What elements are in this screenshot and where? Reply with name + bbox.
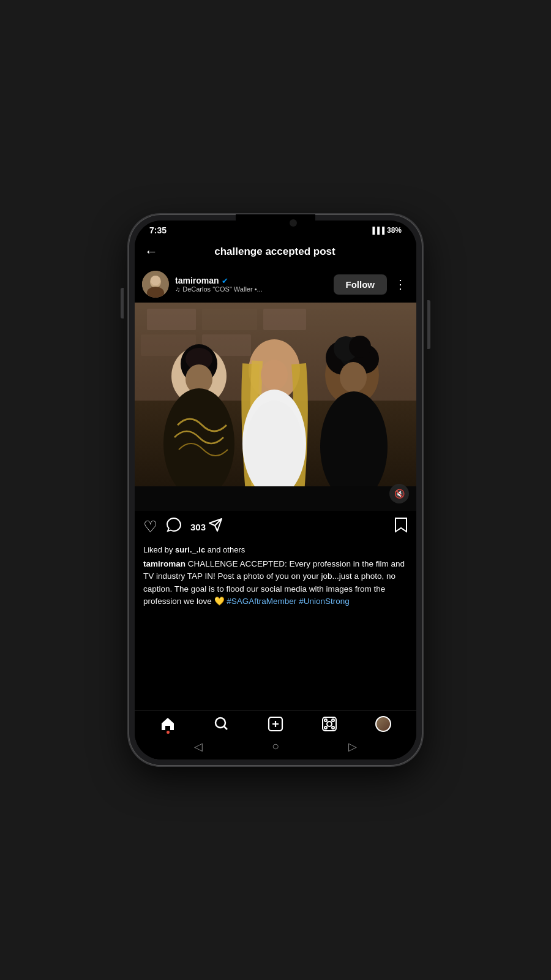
android-home-button[interactable]: ○ [272, 739, 279, 753]
avatar[interactable] [142, 271, 169, 298]
svg-rect-8 [263, 309, 306, 330]
svg-point-27 [320, 391, 388, 502]
nav-search[interactable] [214, 716, 230, 732]
comment-count: 303 [190, 522, 206, 532]
follow-button[interactable]: Follow [334, 274, 388, 295]
action-bar: ♡ 303 [135, 511, 416, 543]
share-button[interactable] [208, 518, 223, 536]
svg-point-17 [261, 360, 288, 390]
android-nav: ◁ ○ ▷ [135, 736, 416, 760]
app-content: ← challenge accepted post [135, 238, 416, 760]
svg-point-25 [349, 336, 371, 358]
avatar-image [142, 271, 169, 298]
svg-rect-6 [147, 309, 196, 330]
back-button[interactable]: ← [144, 244, 158, 260]
svg-point-36 [332, 726, 334, 729]
svg-rect-28 [135, 486, 416, 511]
music-row: ♫ DeCarlos "COS" Waller •... [175, 285, 334, 293]
bottom-nav [135, 710, 416, 736]
hashtag-2[interactable]: #UnionStrong [299, 597, 350, 606]
svg-point-26 [340, 362, 367, 393]
svg-point-29 [216, 718, 225, 728]
front-camera [290, 219, 297, 227]
status-time: 7:35 [149, 225, 167, 235]
svg-point-32 [327, 722, 332, 726]
hashtag-1[interactable]: #SAGAftraMember [227, 597, 296, 606]
phone-frame: 7:35 ▐▐▐ 38% ← challenge accepted post [129, 214, 422, 766]
svg-point-33 [324, 719, 327, 722]
svg-point-19 [245, 401, 304, 499]
save-button[interactable] [394, 517, 408, 537]
post-image-container: 🔇 [135, 303, 416, 511]
notch [236, 214, 315, 232]
music-text: DeCarlos "COS" Waller •... [182, 285, 262, 293]
music-icon: ♫ [175, 285, 180, 293]
battery-text: 38% [387, 226, 402, 235]
signal-icon: ▐▐▐ [370, 227, 384, 234]
username[interactable]: tamiroman [175, 276, 219, 285]
mute-button[interactable]: 🔇 [389, 484, 409, 503]
svg-point-35 [324, 726, 327, 729]
home-notification-dot [167, 731, 170, 734]
nav-reels[interactable] [321, 716, 337, 732]
svg-point-3 [151, 276, 160, 285]
caption-text: tamiroman CHALLENGE ACCEPTED: Every prof… [143, 558, 408, 608]
post-header: tamiroman ✔ ♫ DeCarlos "COS" Waller •...… [135, 266, 416, 303]
svg-point-15 [163, 388, 234, 499]
user-info: tamiroman ✔ ♫ DeCarlos "COS" Waller •... [175, 276, 334, 293]
like-button[interactable]: ♡ [143, 518, 157, 537]
liked-by-user[interactable]: suri._.ic [175, 545, 205, 554]
nav-home[interactable] [160, 716, 176, 732]
page-header: ← challenge accepted post [135, 238, 416, 266]
more-button[interactable]: ⋮ [392, 274, 409, 294]
nav-create[interactable] [268, 716, 283, 732]
caption-area: Liked by suri._.ic and others tamiroman … [135, 543, 416, 710]
profile-avatar [375, 716, 391, 732]
phone-screen: 7:35 ▐▐▐ 38% ← challenge accepted post [135, 221, 416, 760]
username-row: tamiroman ✔ [175, 276, 334, 285]
android-recent-button[interactable]: ◁ [194, 740, 203, 753]
post-image: 🔇 [135, 303, 416, 511]
svg-rect-7 [202, 309, 257, 330]
comment-button[interactable] [166, 517, 182, 537]
nav-profile[interactable] [375, 716, 391, 732]
verified-badge: ✔ [222, 276, 228, 285]
svg-point-34 [332, 719, 334, 722]
caption-handle[interactable]: tamiroman [143, 559, 186, 568]
liked-by: Liked by suri._.ic and others [143, 545, 408, 554]
android-back-button[interactable]: ▷ [348, 740, 357, 753]
page-title: challenge accepted post [168, 246, 382, 258]
